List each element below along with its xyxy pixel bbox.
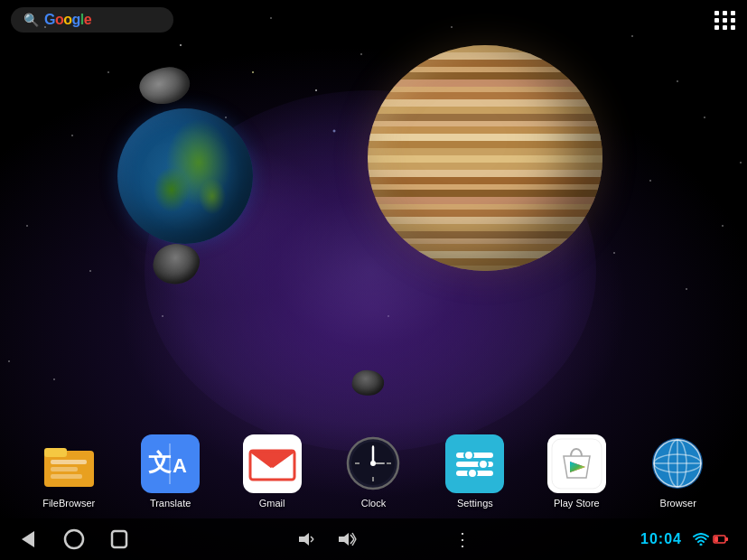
translate-icon: 文 A xyxy=(141,434,200,493)
volume-down-button[interactable] xyxy=(297,530,315,548)
time: 10:04 xyxy=(640,531,682,547)
svg-rect-24 xyxy=(456,453,493,458)
svg-point-27 xyxy=(479,460,488,469)
playstore-label: Play Store xyxy=(554,498,600,509)
clock-icon xyxy=(344,434,403,493)
app-dock: FileBrowser 文 A Translate Gmail xyxy=(0,426,747,517)
gmail-icon xyxy=(243,434,302,493)
filebrowser-icon xyxy=(40,434,98,493)
svg-marker-44 xyxy=(299,537,304,542)
svg-text:A: A xyxy=(173,454,187,477)
svg-marker-49 xyxy=(344,533,349,546)
svg-marker-45 xyxy=(304,533,309,546)
translate-label: Translate xyxy=(150,498,191,509)
search-icon: 🔍 xyxy=(23,13,39,27)
svg-point-22 xyxy=(370,461,376,466)
svg-marker-48 xyxy=(339,537,344,542)
svg-point-25 xyxy=(464,451,473,460)
svg-point-29 xyxy=(468,469,477,478)
browser-label: Browser xyxy=(660,498,696,509)
top-bar: 🔍 Google xyxy=(0,0,747,40)
svg-point-42 xyxy=(65,530,83,548)
app-translate[interactable]: 文 A Translate xyxy=(141,434,200,509)
playstore-icon xyxy=(547,434,606,493)
back-button[interactable] xyxy=(18,529,38,549)
home-button[interactable] xyxy=(63,528,85,550)
grid-dot-2 xyxy=(723,11,727,15)
svg-rect-4 xyxy=(51,474,82,479)
app-playstore[interactable]: Play Store xyxy=(547,434,606,509)
more-options-button[interactable]: ⋮ xyxy=(453,528,472,550)
nav-center xyxy=(297,530,357,548)
svg-point-54 xyxy=(699,544,702,546)
grid-dot-6 xyxy=(731,18,735,23)
svg-line-46 xyxy=(311,537,313,539)
status-icons xyxy=(693,533,729,546)
status-area: 10:04 xyxy=(640,531,729,547)
wifi-icon xyxy=(693,533,709,546)
browser-icon xyxy=(649,434,707,493)
grid-dot-8 xyxy=(723,25,727,30)
volume-up-button[interactable] xyxy=(337,530,357,548)
filebrowser-label: FileBrowser xyxy=(42,498,95,509)
navigation-bar: ⋮ 10:04 xyxy=(0,518,747,560)
svg-rect-56 xyxy=(725,537,728,541)
svg-marker-41 xyxy=(22,531,34,547)
gmail-label: Gmail xyxy=(259,498,285,509)
svg-rect-43 xyxy=(112,531,126,547)
grid-dot-4 xyxy=(714,18,719,23)
settings-icon xyxy=(445,434,504,493)
svg-rect-57 xyxy=(714,537,718,542)
svg-text:文: 文 xyxy=(148,449,172,476)
google-logo: Google xyxy=(44,12,91,28)
nav-left xyxy=(18,528,128,550)
svg-line-47 xyxy=(311,539,313,542)
svg-rect-1 xyxy=(44,448,67,457)
svg-rect-3 xyxy=(51,467,78,471)
app-clock[interactable]: Clock xyxy=(344,434,403,509)
jupiter-planet xyxy=(368,45,602,271)
svg-rect-2 xyxy=(51,460,87,464)
app-filebrowser[interactable]: FileBrowser xyxy=(40,434,98,509)
svg-rect-31 xyxy=(552,439,602,489)
app-settings[interactable]: Settings xyxy=(445,434,504,509)
grid-dot-3 xyxy=(731,11,735,15)
app-grid-button[interactable] xyxy=(714,11,736,30)
app-gmail[interactable]: Gmail xyxy=(243,434,302,509)
grid-dot-5 xyxy=(723,18,727,23)
recents-button[interactable] xyxy=(110,529,128,549)
clock-label: Clock xyxy=(361,498,387,509)
grid-dot-9 xyxy=(731,25,735,30)
earth-planet xyxy=(117,108,253,244)
google-search-bar[interactable]: 🔍 Google xyxy=(11,7,173,33)
app-browser[interactable]: Browser xyxy=(649,434,707,509)
battery-icon xyxy=(713,534,729,545)
grid-dot-1 xyxy=(714,11,719,15)
settings-label: Settings xyxy=(457,498,493,509)
grid-dot-7 xyxy=(714,25,719,30)
